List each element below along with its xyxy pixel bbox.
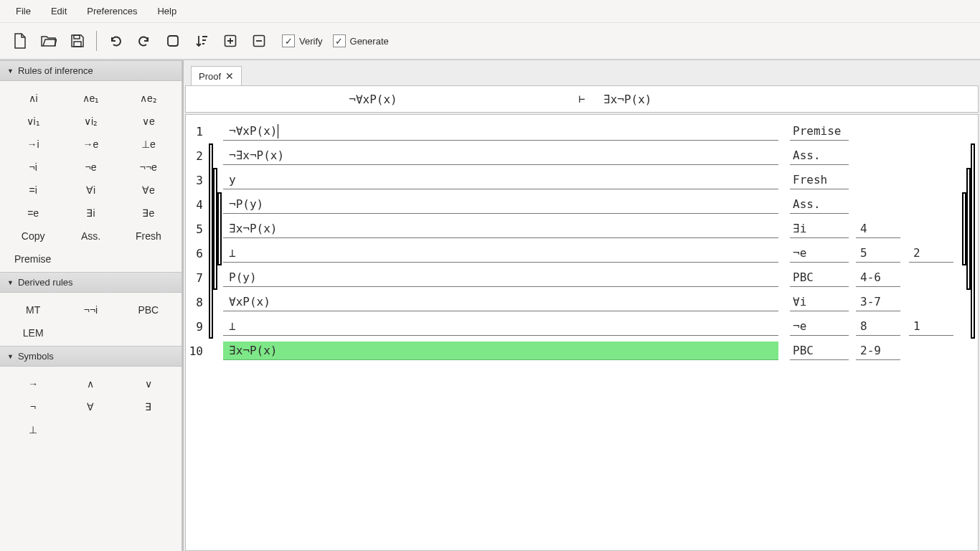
rule-item[interactable]: ∧i bbox=[4, 87, 62, 110]
tab-proof[interactable]: Proof✕ bbox=[191, 66, 242, 85]
menu-help[interactable]: Help bbox=[147, 3, 187, 19]
box-right bbox=[962, 241, 975, 265]
formula-input[interactable]: ¬P(y) bbox=[223, 195, 778, 214]
panel-derived-header[interactable]: ▼Derived rules bbox=[0, 272, 182, 293]
formula-input[interactable]: ∀xP(x) bbox=[223, 293, 778, 311]
reference-input[interactable]: 5 bbox=[856, 244, 900, 263]
rule-item[interactable]: ∨i₂ bbox=[62, 110, 119, 133]
menu-preferences[interactable]: Preferences bbox=[77, 3, 147, 19]
rule-item[interactable]: ¬¬e bbox=[120, 156, 177, 179]
proof-row: 7P(y)PBC4-6 bbox=[189, 265, 975, 290]
symbol-item[interactable]: ⊥ bbox=[4, 418, 62, 441]
rule-item[interactable]: Premise bbox=[4, 248, 120, 270]
rule-item[interactable]: =i bbox=[4, 179, 62, 202]
new-file-button[interactable] bbox=[7, 29, 33, 53]
rule-item[interactable]: →i bbox=[4, 133, 62, 156]
justification-input[interactable]: Premise bbox=[790, 122, 849, 141]
justification-input[interactable]: PBC bbox=[790, 268, 849, 287]
derived-rule-item[interactable]: LEM bbox=[4, 321, 62, 344]
rule-item[interactable]: →e bbox=[62, 133, 119, 156]
reference-input[interactable]: 2-9 bbox=[856, 342, 900, 360]
rule-item[interactable]: ∨e bbox=[120, 110, 177, 133]
undo-button[interactable] bbox=[103, 29, 128, 53]
sequent-premises[interactable]: ¬∀xP(x) bbox=[186, 93, 560, 106]
reference-input[interactable]: 2 bbox=[909, 244, 953, 263]
formula-input[interactable]: ¬∃x¬P(x) bbox=[223, 146, 778, 165]
justification-input[interactable]: Fresh bbox=[790, 171, 849, 189]
panel-symbols-title: Symbols bbox=[18, 351, 54, 362]
justification-input[interactable]: Ass. bbox=[790, 195, 849, 214]
rule-item[interactable]: ∧e₁ bbox=[62, 87, 119, 110]
derived-rule-item[interactable]: MT bbox=[4, 298, 62, 321]
derived-rule-item[interactable]: PBC bbox=[120, 298, 177, 321]
rule-item[interactable]: ∃i bbox=[62, 202, 119, 225]
panel-rules-header[interactable]: ▼Rules of inference bbox=[0, 60, 182, 81]
save-button[interactable] bbox=[65, 29, 90, 53]
proof-row: 5∃x¬P(x)∃i4 bbox=[189, 217, 975, 241]
reference-input[interactable]: 3-7 bbox=[856, 293, 900, 311]
redo-button[interactable] bbox=[131, 29, 157, 53]
symbol-item[interactable]: → bbox=[4, 372, 62, 395]
rule-item[interactable]: ¬i bbox=[4, 156, 62, 179]
rule-item[interactable]: ∀i bbox=[62, 179, 119, 202]
justification-input[interactable]: PBC bbox=[790, 342, 849, 360]
justification-input[interactable]: ∀i bbox=[790, 293, 849, 311]
proof-row: 10∃x¬P(x)PBC2-9 bbox=[189, 339, 975, 363]
open-file-button[interactable] bbox=[36, 29, 62, 53]
symbol-item[interactable]: ∨ bbox=[120, 372, 177, 395]
check-icon: ✓ bbox=[282, 34, 295, 47]
rule-item[interactable]: =e bbox=[4, 202, 62, 225]
reference-input[interactable]: 8 bbox=[856, 317, 900, 336]
box-button[interactable] bbox=[160, 29, 186, 53]
box-left bbox=[209, 168, 222, 192]
symbol-item[interactable]: ¬ bbox=[4, 395, 62, 418]
rule-item[interactable]: ∃e bbox=[120, 202, 177, 225]
rule-item[interactable]: Ass. bbox=[62, 225, 119, 248]
proof-row: 1¬∀xP(x)Premise bbox=[189, 119, 975, 143]
symbol-item[interactable]: ∀ bbox=[62, 395, 119, 418]
sequent-conclusion[interactable]: ∃x¬P(x) bbox=[603, 93, 978, 106]
rule-item[interactable]: Fresh bbox=[120, 225, 177, 248]
rule-item[interactable]: ∨i₁ bbox=[4, 110, 62, 133]
formula-input[interactable]: ⊥ bbox=[223, 317, 778, 336]
formula-input[interactable]: ∃x¬P(x) bbox=[223, 342, 778, 360]
justification-input[interactable]: ∃i bbox=[790, 220, 849, 238]
line-number: 10 bbox=[189, 344, 209, 358]
rule-item[interactable]: ⊥e bbox=[120, 133, 177, 156]
rule-item[interactable]: ¬e bbox=[62, 156, 119, 179]
svg-rect-0 bbox=[74, 35, 80, 39]
reference-input[interactable]: 4-6 bbox=[856, 268, 900, 287]
formula-input[interactable]: ∃x¬P(x) bbox=[223, 220, 778, 238]
rule-item[interactable]: Copy bbox=[4, 225, 62, 248]
line-number: 1 bbox=[189, 125, 209, 138]
formula-input[interactable]: y bbox=[223, 171, 778, 189]
menu-edit[interactable]: Edit bbox=[41, 3, 77, 19]
box-left bbox=[209, 290, 222, 314]
line-number: 2 bbox=[189, 149, 209, 163]
symbol-item[interactable]: ∧ bbox=[62, 372, 119, 395]
add-row-button[interactable] bbox=[217, 29, 243, 53]
justification-input[interactable]: ¬e bbox=[790, 244, 849, 263]
justification-input[interactable]: ¬e bbox=[790, 317, 849, 336]
remove-row-button[interactable] bbox=[246, 29, 272, 53]
rule-item[interactable]: ∧e₂ bbox=[120, 87, 177, 110]
line-number: 9 bbox=[189, 320, 209, 334]
symbol-item[interactable]: ∃ bbox=[120, 395, 177, 418]
panel-symbols-header[interactable]: ▼Symbols bbox=[0, 346, 182, 367]
sort-button[interactable] bbox=[189, 29, 215, 53]
rule-item[interactable]: ∀e bbox=[120, 179, 177, 202]
box-left bbox=[209, 265, 222, 290]
formula-input[interactable]: ¬∀xP(x) bbox=[223, 122, 778, 141]
reference-input[interactable]: 1 bbox=[909, 317, 953, 336]
verify-checkbox[interactable]: ✓Verify bbox=[282, 34, 323, 47]
generate-checkbox[interactable]: ✓Generate bbox=[333, 34, 389, 47]
justification-input[interactable]: Ass. bbox=[790, 146, 849, 165]
formula-input[interactable]: ⊥ bbox=[223, 244, 778, 263]
derived-rule-item[interactable]: ¬¬i bbox=[62, 298, 119, 321]
box-left bbox=[209, 143, 222, 168]
box-left bbox=[209, 241, 222, 265]
reference-input[interactable]: 4 bbox=[856, 220, 900, 238]
menu-file[interactable]: File bbox=[6, 3, 41, 19]
close-icon[interactable]: ✕ bbox=[225, 70, 234, 82]
formula-input[interactable]: P(y) bbox=[223, 268, 778, 287]
